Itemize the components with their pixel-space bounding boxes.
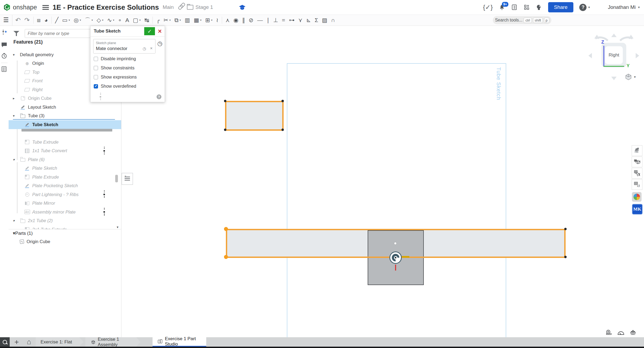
sketch-vertex[interactable]: [564, 228, 567, 230]
new-tab-button[interactable]: +: [12, 337, 21, 347]
user-menu[interactable]: Jonathan Mi ▾: [596, 2, 640, 12]
concentric-constraint[interactable]: ◉: [231, 15, 240, 26]
curvature-constraint[interactable]: ∩: [329, 15, 337, 26]
feature-list-toggle[interactable]: ☰: [0, 15, 12, 26]
mate-connector-indicator-icon[interactable]: [103, 150, 105, 152]
sketch-plane-field[interactable]: Sketch plane Mate connector ◷ ×: [93, 39, 155, 54]
mate-connector-marker[interactable]: [389, 251, 402, 264]
midpoint-constraint[interactable]: ⊶: [287, 15, 296, 26]
search-tools[interactable]: Search tools... ctrlshiftp: [493, 16, 551, 24]
tab-exercise-1-part-studio[interactable]: Exercise 1 Part Studio: [153, 337, 206, 347]
mate-connector-indicator-icon[interactable]: [103, 211, 105, 213]
text-tool[interactable]: A: [124, 15, 131, 26]
tree-row-tube-convert[interactable]: 1x1 Tube Convert: [9, 147, 121, 155]
cancel-button[interactable]: ×: [155, 27, 165, 35]
home-tab-button[interactable]: ⌂: [24, 337, 34, 347]
main-menu-icon[interactable]: [42, 5, 49, 10]
app-mk-icon[interactable]: MK: [632, 204, 643, 215]
normal-constraint[interactable]: ⊾: [304, 15, 313, 26]
symmetric-constraint[interactable]: ⋎: [296, 15, 304, 26]
checkbox-icon[interactable]: [94, 75, 98, 79]
rotate-ccw-arrow-icon[interactable]: [592, 33, 610, 43]
parallel-constraint[interactable]: ∥: [240, 15, 247, 26]
redo-button[interactable]: ↷: [23, 15, 32, 26]
mate-connector-indicator-icon[interactable]: [103, 194, 105, 195]
horizontal-constraint[interactable]: —: [255, 15, 265, 26]
fillet-tool[interactable]: ╭: [154, 15, 162, 26]
checkbox-show-constraints[interactable]: Show constraints: [94, 65, 135, 70]
workspace-name[interactable]: Main: [163, 4, 174, 10]
revolve-tool[interactable]: ◕: [42, 15, 50, 26]
checkbox-disable-imprinting[interactable]: Disable imprinting: [94, 56, 136, 61]
tree-row-tube-extrude[interactable]: Tube Extrude: [9, 138, 121, 147]
tree-row-2x1-tube-folder[interactable]: ▾2x1 Tube (2): [9, 216, 121, 225]
sketch-vertex[interactable]: [281, 129, 284, 131]
graphics-canvas[interactable]: Tube Sketch Right: [121, 26, 644, 337]
dialog-help-icon[interactable]: ?: [157, 94, 161, 99]
mate-connector-options-icon[interactable]: ◷: [157, 40, 162, 47]
tree-row-assembly-mirror-plate[interactable]: Assembly mirror Plate: [9, 208, 121, 216]
slot-tool[interactable]: ▢: [131, 15, 143, 26]
mate-connector-clock-icon[interactable]: ◷: [143, 46, 146, 51]
variables-panel-button[interactable]: x: [632, 179, 642, 190]
pierce-constraint[interactable]: Σ: [313, 15, 320, 26]
checkbox-icon[interactable]: [94, 57, 98, 61]
parts-heading-row[interactable]: ▾ Parts (1): [13, 230, 33, 236]
tangent-constraint[interactable]: ⊘: [247, 15, 255, 26]
tree-row-plate-mirror[interactable]: Plate Mirror: [9, 199, 121, 208]
point-tool[interactable]: ∘: [116, 15, 124, 26]
use-project-tool[interactable]: ⧉: [173, 15, 183, 26]
scrollbar-down-arrow[interactable]: ▾: [117, 225, 118, 229]
appearance-panel-button[interactable]: [632, 145, 642, 156]
undo-button[interactable]: ↶: [13, 15, 23, 26]
rollback-bar[interactable]: [21, 129, 112, 132]
custom-tables-panel-button[interactable]: [632, 168, 642, 179]
app-pinwheel-icon[interactable]: [632, 192, 642, 202]
ai-assistant-icon[interactable]: [536, 4, 542, 10]
learning-center-icon[interactable]: [239, 4, 246, 10]
checkbox-show-expressions[interactable]: Show expressions: [94, 74, 137, 80]
rotate-down-icon[interactable]: [611, 77, 617, 80]
polygon-tool[interactable]: ◇: [95, 15, 105, 26]
protractor-icon[interactable]: [617, 329, 625, 336]
caret-down-icon[interactable]: ▾: [13, 114, 20, 118]
tree-row-tube-sketch-selected[interactable]: Tube Sketch: [9, 120, 121, 129]
viewcube-face-button[interactable]: Right: [605, 46, 623, 64]
sketch-point[interactable]: [394, 242, 397, 245]
comments-icon[interactable]: [1, 42, 8, 48]
rotate-right-icon[interactable]: [636, 53, 639, 58]
circular-pattern-tool[interactable]: ▦: [192, 15, 203, 26]
notifications-icon[interactable]: 9+: [499, 4, 505, 10]
spline-tool[interactable]: ∿: [105, 15, 116, 26]
extrude-tool[interactable]: ⧈: [35, 15, 42, 26]
rotate-cw-arrow-icon[interactable]: [617, 33, 636, 43]
part-item-origin-cube[interactable]: Origin Cube: [20, 239, 50, 244]
version-name[interactable]: Stage 1: [196, 4, 213, 10]
tab-exercise-1-flat[interactable]: Exercise 1: Flat: [36, 337, 84, 347]
dialog-header[interactable]: Tube Sketch ✓ ×: [91, 26, 165, 37]
line-tool[interactable]: ╱: [53, 15, 60, 26]
mass-properties-icon[interactable]: [629, 329, 636, 336]
spline-tools-tool[interactable]: ≀: [214, 15, 220, 26]
rotate-up-icon[interactable]: [611, 34, 617, 37]
caret-down-icon[interactable]: ▾: [13, 219, 20, 223]
sketch-vertex-selected[interactable]: [224, 227, 228, 231]
linear-pattern-tool[interactable]: ▥: [183, 15, 192, 26]
equal-constraint[interactable]: =: [280, 15, 287, 26]
circle-tool[interactable]: ◎: [72, 15, 83, 26]
checkbox-show-overdefined[interactable]: Show overdefined: [94, 84, 136, 89]
configurations-panel-button[interactable]: [632, 157, 642, 167]
panel-scrollbar-thumb[interactable]: [115, 175, 118, 182]
panel-collapse-toggle[interactable]: [122, 173, 133, 185]
confirm-button[interactable]: ✓: [144, 27, 155, 35]
view-options-menu[interactable]: ▾: [625, 73, 636, 80]
share-button[interactable]: Share: [548, 2, 574, 12]
sketch-vertex[interactable]: [224, 129, 226, 131]
caret-right-icon[interactable]: ▸: [13, 96, 20, 100]
fix-constraint[interactable]: ▨: [320, 15, 329, 26]
tree-row-2x1-tube-extrude[interactable]: 2x1 Tube Extrude: [9, 225, 121, 229]
caret-down-icon[interactable]: ▾: [13, 230, 15, 236]
checkbox-icon[interactable]: [94, 66, 98, 70]
cut-list-icon[interactable]: [1, 66, 8, 72]
tree-row-layout-sketch[interactable]: Layout Sketch: [9, 103, 121, 112]
